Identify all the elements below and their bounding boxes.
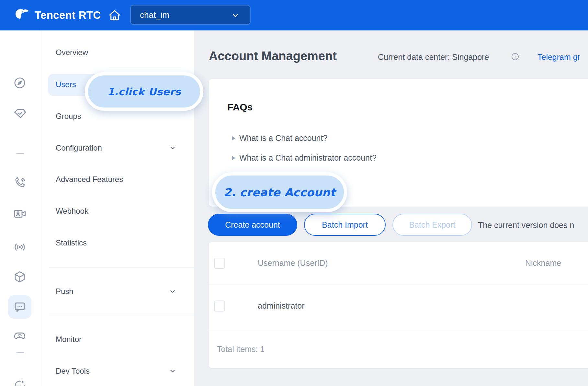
assistant-sparkle-icon[interactable] <box>13 378 27 386</box>
triangle-right-icon <box>232 156 235 160</box>
game-controller-icon[interactable] <box>13 329 27 343</box>
batch-export-button[interactable]: Batch Export <box>392 214 472 236</box>
create-account-button[interactable]: Create account <box>208 214 297 236</box>
column-header-nickname: Nickname <box>525 258 561 268</box>
chat-icon[interactable] <box>13 300 27 314</box>
annotation-step1-bubble: 1.click Users <box>85 72 203 111</box>
select-all-checkbox[interactable] <box>214 258 225 269</box>
home-icon[interactable] <box>108 8 121 22</box>
top-bar: Tencent RTC chat_im <box>0 0 588 30</box>
sidebar-item-webhook[interactable]: Webhook <box>56 205 192 218</box>
compass-icon[interactable] <box>13 76 27 90</box>
telegram-link[interactable]: Telegram gr <box>537 52 580 62</box>
sidebar-item-advanced-features[interactable]: Advanced Features <box>56 173 192 186</box>
faq-item-admin-account[interactable]: What is a Chat administrator account? <box>232 153 377 163</box>
chevron-down-icon <box>169 144 176 152</box>
tencent-rtc-console: Tencent RTC chat_im <box>0 0 588 386</box>
sidebar-item-dev-tools[interactable]: Dev Tools <box>56 365 192 378</box>
rail-divider-dash <box>16 153 24 154</box>
info-icon[interactable] <box>511 52 519 61</box>
triangle-right-icon <box>232 136 235 141</box>
version-note-fragment: The current version does n <box>478 221 574 230</box>
tencent-rtc-logo-icon <box>14 8 29 23</box>
total-items-label: Total items: 1 <box>217 345 265 354</box>
data-center-label: Current data center: Singapore <box>378 52 489 62</box>
table-divider <box>209 284 588 284</box>
sidebar-divider <box>49 315 194 315</box>
sidebar-item-groups[interactable]: Groups <box>56 110 192 123</box>
rail-divider-dash <box>16 352 24 353</box>
chevron-down-icon <box>169 368 176 375</box>
sidebar-item-configuration[interactable]: Configuration <box>56 142 192 154</box>
sidebar-item-statistics[interactable]: Statistics <box>56 236 192 249</box>
sidebar-item-push[interactable]: Push <box>56 285 192 298</box>
sidebar-divider <box>49 267 194 267</box>
phone-icon[interactable] <box>13 176 27 190</box>
faq-item-chat-account[interactable]: What is a Chat account? <box>232 133 327 143</box>
row-checkbox[interactable] <box>214 301 225 312</box>
app-selector-dropdown[interactable]: chat_im <box>130 5 251 25</box>
annotation-step1-text: 1.click Users <box>107 86 181 97</box>
column-header-username: Username (UserID) <box>258 258 328 268</box>
faq-heading: FAQs <box>227 102 253 113</box>
icon-rail <box>0 30 41 386</box>
annotation-step2-text: 2. create Account <box>224 186 336 199</box>
video-call-icon[interactable] <box>13 207 27 221</box>
cube-icon[interactable] <box>13 270 27 284</box>
app-selector-value: chat_im <box>140 10 169 20</box>
chevron-down-icon <box>169 288 176 295</box>
batch-import-button[interactable]: Batch Import <box>304 214 386 236</box>
sidebar-item-monitor[interactable]: Monitor <box>56 333 192 346</box>
table-divider <box>209 330 588 330</box>
cell-username: administrator <box>258 301 305 311</box>
page-title: Account Management <box>209 49 337 63</box>
accounts-table-card: Username (UserID) Nickname administrator… <box>209 242 588 368</box>
annotation-step2-bubble: 2. create Account <box>212 172 347 212</box>
chevron-down-icon <box>231 11 240 20</box>
sidebar-item-overview[interactable]: Overview <box>56 46 192 59</box>
gem-icon[interactable] <box>13 107 27 120</box>
brand-title: Tencent RTC <box>35 0 101 30</box>
live-broadcast-icon[interactable] <box>13 240 27 254</box>
